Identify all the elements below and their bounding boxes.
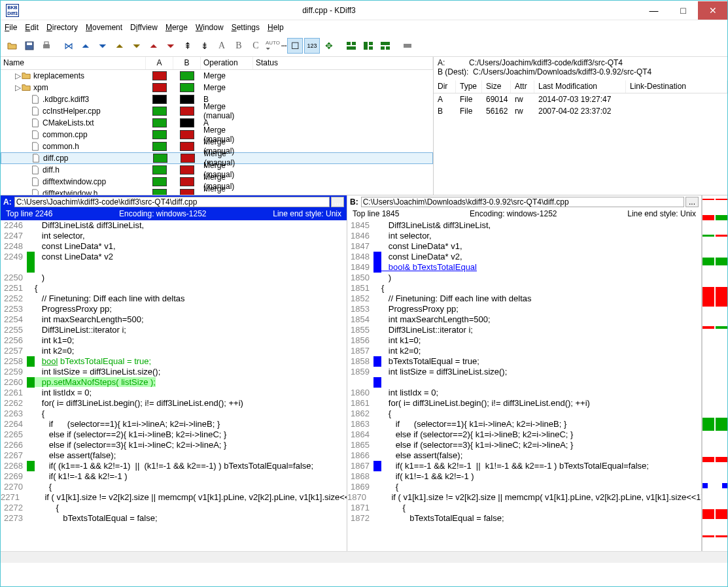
svg-rect-12 — [386, 46, 390, 50]
app-icon: BKBDiff3 — [6, 4, 19, 17]
show-whitespace-icon[interactable]: ☐ — [287, 38, 303, 54]
menu-settings[interactable]: Settings — [232, 23, 260, 32]
save-icon[interactable] — [22, 38, 37, 54]
svg-rect-28 — [702, 418, 714, 431]
select-a-icon[interactable]: A — [214, 38, 230, 54]
select-c-icon[interactable]: C — [248, 38, 264, 54]
svg-rect-27 — [716, 326, 727, 329]
minimize-button[interactable]: — — [639, 1, 668, 20]
titlebar: BKBDiff3 diff.cpp - KDiff3 — □ ✕ — [1, 1, 727, 20]
dir-row[interactable]: ccInstHelper.cppMerge (manual) — [1, 105, 433, 117]
prev-diff-icon[interactable]: ⏶ — [78, 38, 94, 54]
path-a-label: A: — [438, 58, 445, 67]
menu-directory[interactable]: Directory — [46, 23, 78, 32]
svg-rect-13 — [404, 44, 411, 48]
path-a: C:/Users/Joachim/kdiff3-code/kdiff3/src-… — [469, 58, 623, 67]
path-input-b[interactable] — [361, 197, 684, 207]
diff-status-a: Top line 2246 Encoding: windows-1252 Lin… — [1, 209, 347, 220]
svg-rect-34 — [702, 509, 714, 519]
diff-pane-a: A: ... Top line 2246 Encoding: windows-1… — [1, 195, 347, 551]
svg-rect-19 — [716, 215, 727, 220]
show-linenumbers-icon[interactable]: 123 — [304, 38, 320, 54]
maximize-button[interactable]: □ — [668, 1, 698, 20]
horizontal-scrollbar[interactable] — [1, 551, 727, 563]
svg-rect-2 — [43, 44, 50, 48]
menu-file[interactable]: File — [5, 23, 17, 32]
rect-icon[interactable] — [400, 38, 415, 54]
layout-1-icon[interactable] — [343, 38, 359, 54]
dir-row[interactable]: ▷xpmMerge — [1, 82, 433, 93]
down-arrows-icon[interactable]: ⇟ — [197, 38, 213, 54]
close-button[interactable]: ✕ — [698, 1, 727, 20]
diff-head-b: B: ... — [347, 195, 701, 209]
svg-rect-33 — [722, 483, 727, 488]
info-row[interactable]: BFile56162rw2007-04-02 23:37:02 — [434, 105, 727, 117]
col-a[interactable]: A — [146, 57, 173, 69]
menu-help[interactable]: Help — [268, 23, 284, 32]
code-view-b[interactable]: 1845 Diff3LineList& diff3LineList,1846 i… — [347, 220, 701, 551]
expand-icon[interactable]: ✥ — [321, 38, 337, 54]
path-input-a[interactable] — [14, 197, 330, 207]
select-b-icon[interactable]: B — [231, 38, 247, 54]
path-b: C:/Users/Joachim/Downloads/kdiff3-0.9.92… — [473, 67, 651, 76]
menu-window[interactable]: Window — [196, 23, 224, 32]
svg-rect-31 — [716, 457, 727, 462]
svg-rect-30 — [702, 457, 714, 462]
directory-tree[interactable]: Name A B Operation Status ▷kreplacements… — [1, 57, 434, 195]
svg-rect-9 — [369, 46, 373, 50]
svg-rect-29 — [716, 418, 727, 431]
col-b[interactable]: B — [173, 57, 201, 69]
svg-rect-25 — [716, 287, 727, 307]
prev-unsolved-icon[interactable]: ⏶ — [146, 38, 162, 54]
svg-rect-26 — [702, 326, 714, 329]
menubar: File Edit Directory Movement Diffview Me… — [1, 20, 727, 35]
diff-area: A: ... Top line 2246 Encoding: windows-1… — [1, 195, 727, 551]
svg-rect-32 — [702, 483, 708, 488]
toolbar: ⋈ ⏶ ⏷ ⏶ ⏷ ⏶ ⏷ ⇞ ⇟ A B C AUTO⏷ ┄ ☐ 123 ✥ — [1, 35, 727, 57]
layout-2-icon[interactable] — [360, 38, 376, 54]
info-row[interactable]: AFile69014rw2014-07-03 19:27:47 — [434, 93, 727, 105]
menu-merge[interactable]: Merge — [165, 23, 188, 32]
svg-rect-22 — [702, 258, 714, 265]
svg-rect-3 — [44, 42, 48, 44]
menu-edit[interactable]: Edit — [25, 23, 39, 32]
col-status[interactable]: Status — [253, 57, 433, 69]
svg-rect-35 — [716, 509, 727, 519]
svg-rect-7 — [364, 42, 368, 50]
svg-rect-10 — [381, 42, 390, 45]
layout-3-icon[interactable] — [377, 38, 393, 54]
next-conflict-icon[interactable]: ⏷ — [129, 38, 145, 54]
info-header: Dir Type Size Attr Last Modification Lin… — [434, 80, 727, 93]
print-icon[interactable] — [39, 38, 54, 54]
dir-row[interactable]: difftextwindow.hMerge (manual) — [1, 188, 433, 195]
open-icon[interactable] — [5, 38, 20, 54]
svg-rect-17 — [716, 199, 727, 200]
svg-rect-15 — [716, 195, 727, 551]
next-unsolved-icon[interactable]: ⏷ — [163, 38, 179, 54]
svg-rect-21 — [716, 235, 727, 237]
svg-rect-14 — [702, 195, 714, 551]
info-pane: A: C:/Users/Joachim/kdiff3-code/kdiff3/s… — [434, 57, 727, 195]
menu-movement[interactable]: Movement — [86, 23, 122, 32]
col-name[interactable]: Name — [1, 57, 146, 69]
svg-rect-24 — [702, 287, 714, 307]
overview-minimap[interactable] — [702, 195, 728, 551]
svg-rect-1 — [27, 42, 32, 45]
goto-current-icon[interactable]: ⋈ — [61, 38, 77, 54]
menu-diffview[interactable]: Diffview — [130, 23, 158, 32]
col-op[interactable]: Operation — [201, 57, 253, 69]
prev-conflict-icon[interactable]: ⏶ — [112, 38, 128, 54]
browse-a-button[interactable]: ... — [331, 197, 344, 207]
auto-icon[interactable]: AUTO⏷ — [265, 38, 281, 54]
browse-b-button[interactable]: ... — [685, 197, 699, 207]
svg-rect-36 — [702, 535, 714, 537]
diff-pane-b: B: ... Top line 1845 Encoding: windows-1… — [347, 195, 702, 551]
up-arrows-icon[interactable]: ⇞ — [180, 38, 196, 54]
next-diff-icon[interactable]: ⏷ — [95, 38, 111, 54]
svg-rect-18 — [702, 215, 714, 220]
svg-rect-37 — [716, 535, 727, 537]
dir-row[interactable]: ▷kreplacementsMerge — [1, 70, 433, 82]
svg-rect-5 — [352, 42, 356, 45]
separator-icon: ┄ — [282, 38, 286, 54]
code-view-a[interactable]: 2246 Diff3LineList& diff3LineList,2247 i… — [1, 220, 347, 551]
